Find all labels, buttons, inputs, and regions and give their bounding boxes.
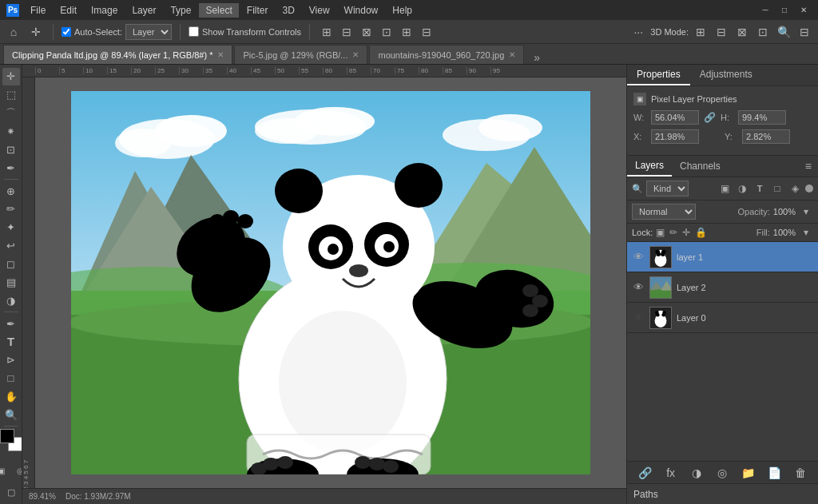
healing-tool[interactable]: ⊕ — [2, 182, 20, 200]
search-icon[interactable]: 🔍 — [775, 23, 792, 41]
new-layer-btn[interactable]: 📄 — [765, 464, 783, 482]
tab-clipping-panda[interactable]: Clipping Panda ltd.jpg @ 89.4% (layer 1,… — [3, 45, 232, 64]
menu-select[interactable]: Select — [199, 3, 238, 18]
screen-mode-btn[interactable]: ▢ — [2, 483, 20, 501]
path-select-tool[interactable]: ⊳ — [2, 351, 20, 369]
menu-image[interactable]: Image — [85, 3, 124, 18]
auto-select-checkbox[interactable] — [62, 27, 71, 37]
toolbar-icon-4[interactable]: ⊡ — [754, 23, 772, 41]
toolbar-icon-2[interactable]: ⊟ — [713, 23, 730, 41]
toolbar-icon-3[interactable]: ⊠ — [733, 23, 751, 41]
more-options-btn[interactable]: ··· — [629, 23, 647, 41]
layer-visibility-0[interactable]: 👁 — [632, 312, 645, 323]
blend-mode-dropdown[interactable]: Normal — [632, 204, 696, 220]
menu-edit[interactable]: Edit — [54, 3, 83, 18]
link-wh-icon[interactable]: 🔗 — [704, 112, 716, 123]
menu-file[interactable]: File — [24, 3, 52, 18]
crop-tool[interactable]: ⊡ — [2, 141, 20, 158]
type-tool[interactable]: T — [2, 333, 20, 351]
show-transform-checkbox[interactable] — [189, 26, 199, 37]
opacity-arrow-icon[interactable]: ▾ — [799, 204, 813, 219]
edit-mode-btn[interactable]: ▣ — [0, 462, 10, 479]
tab-pic5[interactable]: Pic-5.jpg @ 129% (RGB/... ✕ — [234, 45, 367, 64]
pen-tool[interactable]: ✒ — [2, 315, 20, 332]
tab-layers[interactable]: Layers — [627, 156, 672, 177]
eyedropper-tool[interactable]: ✒ — [2, 159, 20, 177]
lasso-tool[interactable]: ⌒ — [2, 105, 20, 122]
lock-transparent-icon[interactable]: ▣ — [656, 227, 665, 238]
main-canvas[interactable] — [71, 91, 590, 474]
align-left-btn[interactable]: ⊞ — [318, 23, 336, 41]
shape-tool[interactable]: □ — [2, 370, 20, 387]
layer-dropdown[interactable]: Layer — [125, 24, 172, 40]
move-tool[interactable]: ✛ — [2, 68, 20, 85]
gradient-tool[interactable]: ▤ — [2, 273, 20, 291]
minimize-button[interactable]: ─ — [757, 4, 773, 17]
delete-layer-btn[interactable]: 🗑 — [792, 464, 809, 482]
lock-position-icon[interactable]: ✛ — [682, 227, 690, 238]
menu-help[interactable]: Help — [386, 3, 419, 18]
align-bot-btn[interactable]: ⊟ — [418, 23, 435, 41]
lock-all-icon[interactable]: 🔒 — [695, 227, 707, 238]
maximize-button[interactable]: □ — [776, 4, 792, 17]
new-group-btn[interactable]: 📁 — [740, 464, 757, 482]
marquee-tool[interactable]: ⬚ — [2, 86, 20, 104]
eraser-tool[interactable]: ◻ — [2, 256, 20, 273]
prop-h-input[interactable] — [738, 110, 786, 125]
layer-item-0[interactable]: 👁 Layer 0 — [627, 303, 818, 333]
zoom-tool[interactable]: 🔍 — [2, 406, 20, 423]
layer-item-2[interactable]: 👁 Layer 2 — [627, 272, 818, 303]
lock-image-icon[interactable]: ✏ — [669, 227, 677, 238]
layer-visibility-1[interactable]: 👁 — [632, 251, 645, 263]
brush-tool[interactable]: ✏ — [2, 200, 20, 218]
menu-window[interactable]: Window — [338, 3, 385, 18]
align-top-btn[interactable]: ⊡ — [378, 23, 395, 41]
workspace-btn[interactable]: ⊟ — [796, 23, 813, 41]
tab-close-2[interactable]: ✕ — [352, 50, 359, 59]
tab-channels[interactable]: Channels — [672, 157, 729, 176]
prop-x-input[interactable] — [651, 129, 699, 144]
align-right-btn[interactable]: ⊠ — [358, 23, 375, 41]
align-mid-btn[interactable]: ⊞ — [398, 23, 415, 41]
home-button[interactable]: ⌂ — [5, 23, 22, 41]
filter-dropdown[interactable]: Kind — [646, 181, 689, 196]
move-tool-option[interactable]: ✛ — [27, 23, 45, 41]
foreground-color-swatch[interactable] — [0, 429, 14, 443]
filter-pixel-icon[interactable]: ▣ — [717, 181, 732, 196]
tab-properties[interactable]: Properties — [627, 65, 690, 85]
layer-item-1[interactable]: 👁 layer 1 — [627, 242, 818, 272]
link-layers-btn[interactable]: 🔗 — [636, 464, 653, 482]
tab-close-1[interactable]: ✕ — [217, 50, 224, 59]
menu-3d[interactable]: 3D — [276, 3, 300, 18]
align-center-btn[interactable]: ⊟ — [338, 23, 355, 41]
hand-tool[interactable]: ✋ — [2, 388, 20, 406]
magic-wand-tool[interactable]: ⁕ — [2, 123, 20, 141]
close-button[interactable]: ✕ — [796, 4, 812, 17]
menu-type[interactable]: Type — [164, 3, 197, 18]
layers-menu-btn[interactable]: ≡ — [799, 157, 818, 176]
filter-adjust-icon[interactable]: ◑ — [735, 181, 749, 196]
add-mask-btn[interactable]: ◑ — [688, 464, 705, 482]
tab-adjustments[interactable]: Adjustments — [690, 65, 762, 85]
add-style-btn[interactable]: fx — [662, 464, 680, 482]
menu-layer[interactable]: Layer — [125, 3, 162, 18]
toolbar-icon-1[interactable]: ⊞ — [692, 23, 709, 41]
dodge-tool[interactable]: ◑ — [2, 292, 20, 309]
quick-mask-btn[interactable]: ◎ — [12, 462, 23, 479]
layer-visibility-2[interactable]: 👁 — [632, 281, 645, 293]
filter-shape-icon[interactable]: □ — [770, 181, 784, 196]
color-picker-area[interactable] — [0, 429, 22, 458]
clone-stamp-tool[interactable]: ✦ — [2, 219, 20, 236]
tabs-more-btn[interactable]: » — [529, 51, 545, 64]
filter-smart-icon[interactable]: ◈ — [788, 181, 802, 196]
menu-filter[interactable]: Filter — [240, 3, 275, 18]
filter-type-icon[interactable]: T — [752, 181, 767, 196]
new-adjustment-btn[interactable]: ◎ — [713, 464, 731, 482]
menu-view[interactable]: View — [303, 3, 336, 18]
fill-arrow-icon[interactable]: ▾ — [799, 225, 813, 240]
history-brush-tool[interactable]: ↩ — [2, 237, 20, 255]
canvas-container[interactable] — [35, 77, 626, 488]
prop-y-input[interactable] — [742, 129, 790, 144]
tab-mountains[interactable]: mountains-919040_960_720.jpg ✕ — [369, 45, 524, 64]
prop-w-input[interactable] — [651, 110, 699, 125]
